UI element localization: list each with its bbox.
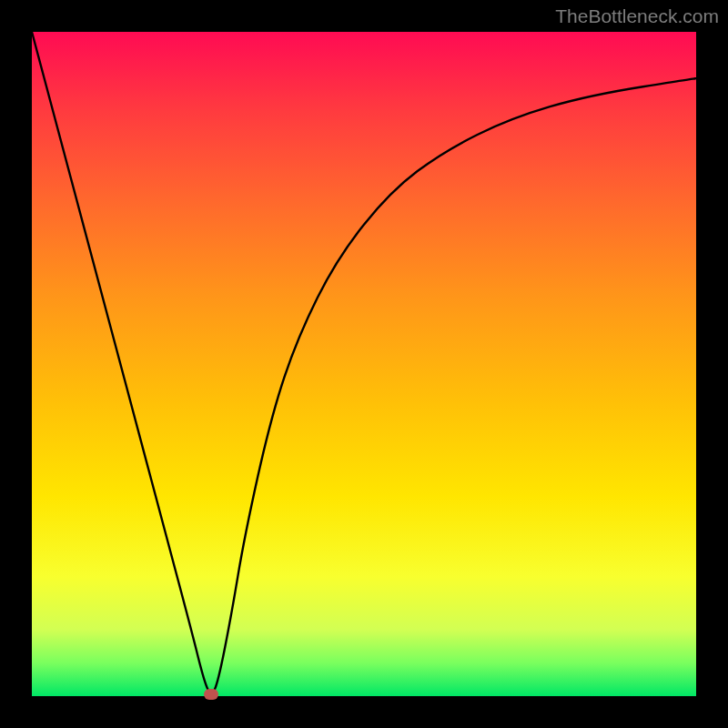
watermark-text: TheBottleneck.com (555, 5, 719, 27)
plot-area (32, 32, 696, 696)
curve-svg (32, 32, 696, 696)
bottleneck-curve-path (32, 32, 696, 693)
optimal-point-marker (204, 689, 218, 700)
chart-frame: TheBottleneck.com (0, 0, 728, 728)
